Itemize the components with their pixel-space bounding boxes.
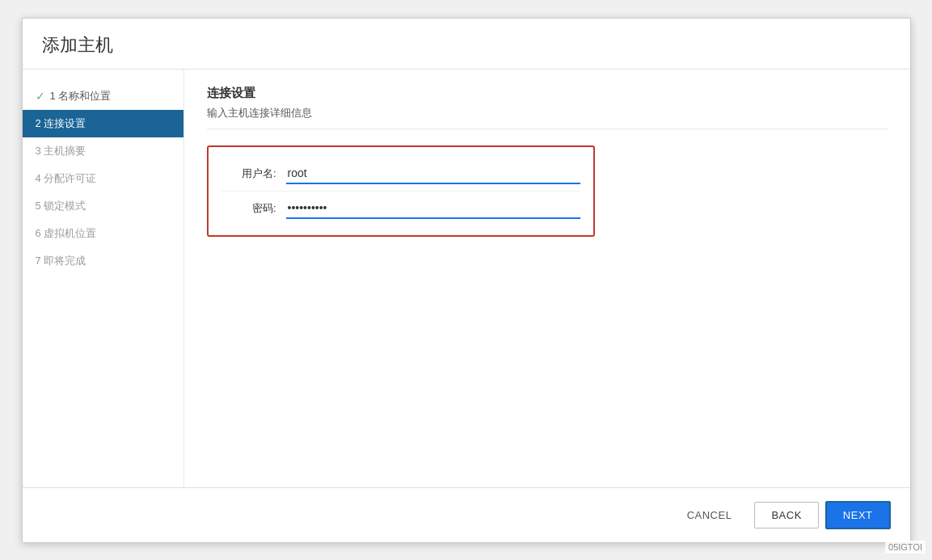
sidebar-item-label-step6: 6 虚拟机位置	[36, 226, 97, 241]
dialog-footer: CANCEL BACK NEXT	[23, 487, 910, 542]
sidebar-item-step6[interactable]: 6 虚拟机位置	[23, 220, 183, 247]
sidebar-item-step7[interactable]: 7 即将完成	[23, 247, 183, 275]
dialog-title: 添加主机	[42, 33, 891, 57]
password-input[interactable]	[286, 198, 580, 219]
sidebar-item-label-step5: 5 锁定模式	[36, 199, 86, 213]
password-row: 密码:	[221, 192, 580, 225]
watermark: 05IGTOI	[885, 541, 926, 554]
cancel-button[interactable]: CANCEL	[671, 503, 749, 528]
password-label: 密码:	[221, 201, 286, 216]
sidebar-item-step2[interactable]: 2 连接设置	[23, 110, 183, 137]
sidebar-item-step4[interactable]: 4 分配许可证	[23, 165, 183, 192]
main-content: 连接设置 输入主机连接详细信息 用户名: 密码:	[184, 69, 910, 487]
sidebar-item-step1[interactable]: ✓ 1 名称和位置	[23, 82, 183, 110]
checkmark-icon: ✓	[36, 90, 45, 103]
section-subtitle: 输入主机连接详细信息	[207, 106, 888, 129]
sidebar-item-label-step2: 2 连接设置	[36, 116, 86, 131]
sidebar-item-step5[interactable]: 5 锁定模式	[23, 192, 183, 220]
username-label: 用户名:	[221, 166, 286, 181]
back-button[interactable]: BACK	[754, 502, 818, 528]
next-button[interactable]: NEXT	[825, 501, 891, 529]
sidebar-item-step3[interactable]: 3 主机摘要	[23, 137, 183, 165]
dialog-body: ✓ 1 名称和位置 2 连接设置 3 主机摘要 4 分配许可证 5 锁定模式 6…	[23, 69, 910, 487]
sidebar: ✓ 1 名称和位置 2 连接设置 3 主机摘要 4 分配许可证 5 锁定模式 6…	[23, 69, 184, 487]
username-input[interactable]	[286, 163, 580, 184]
section-title: 连接设置	[207, 86, 888, 101]
username-row: 用户名:	[221, 157, 580, 192]
sidebar-item-label-step1: 1 名称和位置	[50, 89, 112, 103]
connection-form: 用户名: 密码:	[207, 145, 595, 237]
add-host-dialog: 添加主机 ✓ 1 名称和位置 2 连接设置 3 主机摘要 4 分配许可证 5 锁…	[22, 18, 911, 543]
sidebar-item-label-step4: 4 分配许可证	[36, 171, 97, 186]
sidebar-item-label-step7: 7 即将完成	[36, 254, 86, 268]
dialog-header: 添加主机	[23, 19, 910, 69]
sidebar-item-label-step3: 3 主机摘要	[36, 144, 86, 158]
